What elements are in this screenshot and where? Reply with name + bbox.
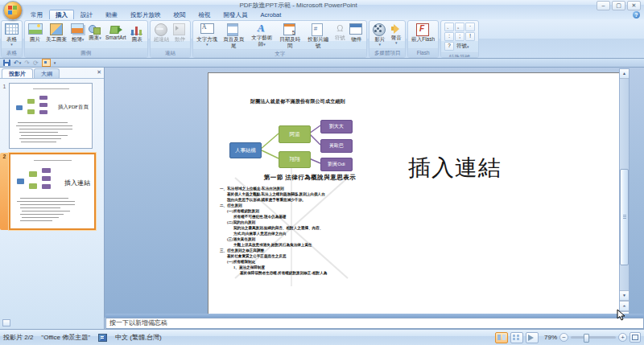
photo-album-button[interactable]: 相簿 [69, 22, 86, 47]
fit-to-window-button[interactable] [630, 332, 641, 343]
punct-button[interactable]: : [444, 32, 454, 41]
theme-name: "Office 佈景主題" [41, 333, 90, 342]
embed-flash-button[interactable]: 嵌入Flash [410, 22, 436, 47]
body-line: 基於保障弱勢者生存權,所有權絕對原則修正:相對人為 [220, 270, 405, 276]
zoom-out-icon[interactable]: − [559, 333, 568, 342]
photo-album-icon [71, 23, 84, 34]
dropdown-caret-icon: ▾ [19, 60, 22, 67]
repeat-button[interactable]: ⟳ [32, 60, 39, 67]
mini-title-line [33, 88, 70, 89]
chart-button[interactable]: 圖表 [129, 22, 146, 47]
redo-button[interactable]: ↷ [23, 60, 31, 67]
punct-button[interactable]: ! [465, 32, 475, 41]
tab-insert[interactable]: 插入 [49, 10, 74, 19]
scroll-down-icon[interactable]: ▼ [620, 290, 629, 301]
tab-animations[interactable]: 動畫 [99, 10, 124, 19]
org-chart-leaf-box[interactable]: 劉大大 [320, 120, 353, 133]
tab-design[interactable]: 設計 [74, 10, 99, 19]
tab-acrobat[interactable]: Acrobat [254, 10, 288, 19]
slide-thumbnail-1[interactable]: 插入PDF首頁 [9, 83, 93, 149]
spellcheck-icon[interactable] [98, 334, 107, 342]
tab-view[interactable]: 檢視 [192, 10, 217, 19]
symbol-button[interactable]: 符號 [332, 22, 347, 48]
slide-thumbnail-2[interactable]: 插入連結 [9, 153, 96, 230]
notes-pane[interactable]: 按一下以新增備忘稿 [105, 318, 644, 329]
minimize-button[interactable]: – [597, 1, 610, 10]
textbox-button[interactable]: 文字方塊 ▾ [195, 22, 219, 48]
ribbon-group-special-symbols: 、 。 · : ; ! ? 符號 特殊符號 [440, 20, 479, 58]
scrollbar-track[interactable] [620, 79, 629, 290]
tab-outline[interactable]: 大綱 [34, 68, 60, 78]
scrollbar-thumb[interactable] [620, 169, 629, 265]
zoom-in-icon[interactable]: + [618, 333, 627, 342]
tab-slides-thumbnails[interactable]: 投影片 [2, 68, 33, 78]
panel-close-icon[interactable]: ✕ [97, 69, 101, 76]
slide-sorter-view-button[interactable] [510, 332, 523, 343]
undo-button[interactable]: ↶▾ [13, 60, 22, 67]
hyperlink-button[interactable]: 超連結 [152, 22, 171, 47]
powerpoint-window: PDF放進PPT示範 - Microsoft PowerPoint – ▢ ✕ … [0, 0, 644, 345]
picture-button[interactable]: 圖片 [27, 22, 43, 47]
zoom-slider[interactable] [571, 336, 616, 339]
org-chart-leaf-box[interactable]: 劉黃Odi [320, 158, 353, 171]
slide-big-text[interactable]: 插入連結 [408, 153, 502, 183]
symbol-menu-button[interactable]: 符號 [455, 43, 471, 50]
tab-slideshow[interactable]: 投影片放映 [124, 10, 167, 19]
normal-view-button[interactable] [495, 332, 508, 343]
slide-number-button[interactable]: 投影片編號 [304, 22, 332, 48]
org-chart-branch-box[interactable]: 阿湯 [279, 125, 311, 143]
help-icon[interactable]: ? [633, 11, 640, 18]
body-line: 主觀上須具故意或過失,始對其行為負法律上責任 [220, 242, 405, 248]
date-time-button[interactable]: 日期及時間 [276, 22, 303, 48]
dropdown-caret-icon: ▾ [395, 41, 398, 44]
office-button[interactable] [3, 1, 23, 20]
org-chart-leaf-box[interactable]: 黃歐巴 [320, 139, 353, 153]
tab-home[interactable]: 常用 [24, 10, 49, 19]
punct-button[interactable]: 、 [444, 23, 454, 31]
zoom-level[interactable]: 79% [544, 334, 557, 341]
punct-button[interactable]: · [465, 23, 475, 31]
movie-button[interactable]: 影片 ▾ [371, 22, 388, 47]
object-button[interactable]: 物件 [348, 22, 365, 48]
close-button[interactable]: ✕ [627, 1, 641, 10]
mini-diagram-branch [29, 171, 37, 177]
slide-number-label: 2 [0, 153, 9, 230]
slide-body-text[interactable]: 一、私法領域之上位概念:私法自治原則 基於個人主義之觀點,私法上之權利義務關係,… [220, 186, 405, 276]
tab-developer[interactable]: 開發人員 [217, 10, 254, 19]
language-indicator[interactable]: 中文 (繁體,台灣) [115, 333, 162, 342]
scroll-up-icon[interactable]: ▲ [620, 69, 629, 79]
punct-button[interactable]: 。 [455, 23, 464, 31]
save-button[interactable] [2, 60, 11, 67]
tab-review[interactable]: 校閱 [167, 10, 192, 19]
slide-canvas[interactable]: 財團法人就是都不滿股份有限公司成立細則 人事結構 阿湯 翔翔 劉大大 黃歐巴 劉… [208, 72, 626, 314]
vertical-scrollbar[interactable]: ▲ ▼ ⏶⏶ ⏷⏷ [619, 68, 630, 322]
table-button[interactable]: 表格 ▾ [3, 22, 20, 47]
qat-customize-button[interactable]: ▾ [53, 60, 57, 67]
org-chart-root-box[interactable]: 人事結構 [229, 142, 262, 158]
zoom-slider-thumb[interactable] [584, 334, 589, 343]
wordart-button[interactable]: 文字藝術師 [248, 22, 275, 48]
punct-button[interactable]: ; [455, 32, 464, 41]
qat-extra-icon [42, 59, 51, 67]
slide-section-heading[interactable]: 第一節 法律行為概說與意思表示 [254, 174, 366, 182]
sound-button[interactable]: 聲音 ▾ [389, 22, 403, 47]
mini-diagram-root [16, 105, 23, 110]
slide-thumbnail-row-1: 1 插入PDF首頁 [0, 83, 104, 149]
shapes-button[interactable]: 圖案 [87, 22, 103, 47]
quick-access-toolbar: ↶▾ ↷ ⟳ ▾ [0, 59, 644, 68]
wordart-icon [256, 23, 268, 34]
punct-button[interactable]: ? [444, 42, 454, 51]
clipart-button[interactable]: 美工圖案 [44, 22, 68, 47]
flash-icon [416, 23, 429, 36]
org-chart-branch-box[interactable]: 翔翔 [279, 151, 311, 168]
smartart-button[interactable]: SmartArt [104, 22, 128, 47]
header-footer-button[interactable]: 頁首及頁尾 [220, 22, 247, 48]
action-button[interactable]: 動作 [171, 22, 188, 47]
slide-title-text[interactable]: 財團法人就是都不滿股份有限公司成立細則 [250, 98, 345, 105]
body-line: 三、衍生原則之修正與調整 [220, 248, 405, 253]
slideshow-view-button[interactable] [526, 332, 539, 343]
mini-diagram-leaf [39, 103, 47, 107]
qat-extra-button[interactable] [41, 60, 52, 67]
maximize-button[interactable]: ▢ [612, 1, 625, 10]
splitter-grip[interactable] [2, 319, 10, 327]
